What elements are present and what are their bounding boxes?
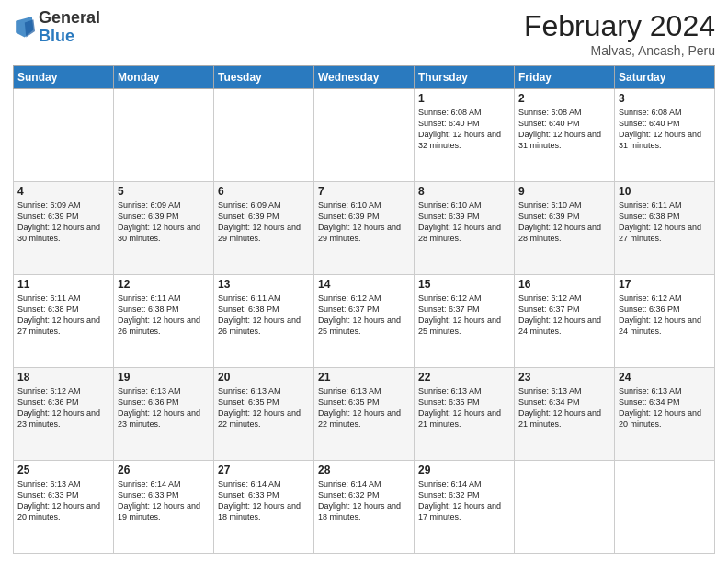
day-info: Sunrise: 6:08 AM Sunset: 6:40 PM Dayligh… (518, 107, 610, 152)
day-number: 12 (118, 278, 210, 291)
header: General Blue February 2024 Malvas, Ancas… (13, 9, 715, 58)
day-info: Sunrise: 6:09 AM Sunset: 6:39 PM Dayligh… (218, 200, 310, 245)
day-cell: 6Sunrise: 6:09 AM Sunset: 6:39 PM Daylig… (214, 182, 314, 275)
day-cell: 5Sunrise: 6:09 AM Sunset: 6:39 PM Daylig… (114, 182, 214, 275)
calendar-title: February 2024 (524, 9, 715, 43)
header-wednesday: Wednesday (314, 66, 415, 89)
calendar-header-row: SundayMondayTuesdayWednesdayThursdayFrid… (14, 66, 715, 89)
day-cell (615, 461, 715, 554)
day-info: Sunrise: 6:10 AM Sunset: 6:39 PM Dayligh… (318, 200, 410, 245)
day-number: 27 (218, 464, 310, 477)
header-thursday: Thursday (415, 66, 515, 89)
header-saturday: Saturday (615, 66, 715, 89)
day-cell: 24Sunrise: 6:13 AM Sunset: 6:34 PM Dayli… (615, 368, 715, 461)
day-info: Sunrise: 6:10 AM Sunset: 6:39 PM Dayligh… (418, 200, 510, 245)
day-cell: 23Sunrise: 6:13 AM Sunset: 6:34 PM Dayli… (515, 368, 615, 461)
logo-general-text: General (39, 8, 100, 27)
day-number: 3 (619, 92, 711, 105)
header-sunday: Sunday (14, 66, 114, 89)
week-row-4: 25Sunrise: 6:13 AM Sunset: 6:33 PM Dayli… (14, 461, 715, 554)
day-info: Sunrise: 6:11 AM Sunset: 6:38 PM Dayligh… (17, 293, 109, 338)
day-info: Sunrise: 6:14 AM Sunset: 6:33 PM Dayligh… (218, 478, 310, 523)
day-cell: 27Sunrise: 6:14 AM Sunset: 6:33 PM Dayli… (214, 461, 314, 554)
day-info: Sunrise: 6:13 AM Sunset: 6:34 PM Dayligh… (518, 385, 610, 431)
day-number: 1 (418, 92, 510, 105)
day-number: 29 (418, 464, 510, 477)
logo-blue-text: Blue (39, 27, 74, 45)
day-info: Sunrise: 6:09 AM Sunset: 6:39 PM Dayligh… (17, 200, 109, 245)
day-info: Sunrise: 6:12 AM Sunset: 6:37 PM Dayligh… (318, 293, 410, 338)
day-info: Sunrise: 6:14 AM Sunset: 6:33 PM Dayligh… (118, 478, 210, 523)
svg-marker-1 (25, 19, 35, 37)
day-number: 26 (118, 464, 210, 477)
day-info: Sunrise: 6:08 AM Sunset: 6:40 PM Dayligh… (619, 107, 711, 152)
day-info: Sunrise: 6:13 AM Sunset: 6:35 PM Dayligh… (218, 385, 310, 431)
logo-icon (13, 15, 35, 40)
day-info: Sunrise: 6:13 AM Sunset: 6:34 PM Dayligh… (619, 385, 711, 431)
day-number: 6 (218, 185, 310, 198)
day-cell: 25Sunrise: 6:13 AM Sunset: 6:33 PM Dayli… (14, 461, 114, 554)
calendar-table: SundayMondayTuesdayWednesdayThursdayFrid… (13, 65, 715, 554)
day-number: 8 (418, 185, 510, 198)
day-number: 11 (17, 278, 109, 291)
day-number: 2 (518, 92, 610, 105)
day-number: 21 (318, 371, 410, 384)
day-info: Sunrise: 6:12 AM Sunset: 6:36 PM Dayligh… (17, 385, 109, 431)
day-number: 14 (318, 278, 410, 291)
day-info: Sunrise: 6:12 AM Sunset: 6:37 PM Dayligh… (418, 293, 510, 338)
week-row-3: 18Sunrise: 6:12 AM Sunset: 6:36 PM Dayli… (14, 368, 715, 461)
day-cell: 15Sunrise: 6:12 AM Sunset: 6:37 PM Dayli… (415, 275, 515, 368)
day-cell: 18Sunrise: 6:12 AM Sunset: 6:36 PM Dayli… (14, 368, 114, 461)
day-number: 13 (218, 278, 310, 291)
day-info: Sunrise: 6:14 AM Sunset: 6:32 PM Dayligh… (318, 478, 410, 523)
day-cell: 22Sunrise: 6:13 AM Sunset: 6:35 PM Dayli… (415, 368, 515, 461)
day-cell: 8Sunrise: 6:10 AM Sunset: 6:39 PM Daylig… (415, 182, 515, 275)
day-cell: 13Sunrise: 6:11 AM Sunset: 6:38 PM Dayli… (214, 275, 314, 368)
day-info: Sunrise: 6:09 AM Sunset: 6:39 PM Dayligh… (118, 200, 210, 245)
title-block: February 2024 Malvas, Ancash, Peru (524, 9, 715, 58)
day-info: Sunrise: 6:14 AM Sunset: 6:32 PM Dayligh… (418, 478, 510, 523)
logo: General Blue (13, 9, 100, 46)
day-number: 19 (118, 371, 210, 384)
day-number: 23 (518, 371, 610, 384)
day-number: 18 (17, 371, 109, 384)
day-number: 15 (418, 278, 510, 291)
page: General Blue February 2024 Malvas, Ancas… (0, 0, 728, 563)
day-number: 16 (518, 278, 610, 291)
day-info: Sunrise: 6:12 AM Sunset: 6:36 PM Dayligh… (619, 293, 711, 338)
day-cell: 20Sunrise: 6:13 AM Sunset: 6:35 PM Dayli… (214, 368, 314, 461)
day-info: Sunrise: 6:13 AM Sunset: 6:35 PM Dayligh… (318, 385, 410, 431)
header-tuesday: Tuesday (214, 66, 314, 89)
day-cell: 14Sunrise: 6:12 AM Sunset: 6:37 PM Dayli… (314, 275, 415, 368)
day-info: Sunrise: 6:08 AM Sunset: 6:40 PM Dayligh… (418, 107, 510, 152)
week-row-2: 11Sunrise: 6:11 AM Sunset: 6:38 PM Dayli… (14, 275, 715, 368)
day-cell: 7Sunrise: 6:10 AM Sunset: 6:39 PM Daylig… (314, 182, 415, 275)
day-cell (314, 89, 415, 182)
day-cell (515, 461, 615, 554)
day-info: Sunrise: 6:10 AM Sunset: 6:39 PM Dayligh… (518, 200, 610, 245)
day-info: Sunrise: 6:11 AM Sunset: 6:38 PM Dayligh… (619, 200, 711, 245)
day-info: Sunrise: 6:12 AM Sunset: 6:37 PM Dayligh… (518, 293, 610, 338)
day-info: Sunrise: 6:13 AM Sunset: 6:36 PM Dayligh… (118, 385, 210, 431)
day-cell: 2Sunrise: 6:08 AM Sunset: 6:40 PM Daylig… (515, 89, 615, 182)
day-cell (14, 89, 114, 182)
day-info: Sunrise: 6:11 AM Sunset: 6:38 PM Dayligh… (118, 293, 210, 338)
day-cell: 26Sunrise: 6:14 AM Sunset: 6:33 PM Dayli… (114, 461, 214, 554)
day-cell (114, 89, 214, 182)
day-number: 25 (17, 464, 109, 477)
day-cell: 10Sunrise: 6:11 AM Sunset: 6:38 PM Dayli… (615, 182, 715, 275)
day-cell: 19Sunrise: 6:13 AM Sunset: 6:36 PM Dayli… (114, 368, 214, 461)
day-number: 20 (218, 371, 310, 384)
day-cell: 4Sunrise: 6:09 AM Sunset: 6:39 PM Daylig… (14, 182, 114, 275)
day-number: 17 (619, 278, 711, 291)
day-number: 5 (118, 185, 210, 198)
day-number: 24 (619, 371, 711, 384)
day-cell: 3Sunrise: 6:08 AM Sunset: 6:40 PM Daylig… (615, 89, 715, 182)
header-monday: Monday (114, 66, 214, 89)
day-cell: 17Sunrise: 6:12 AM Sunset: 6:36 PM Dayli… (615, 275, 715, 368)
day-number: 28 (318, 464, 410, 477)
week-row-0: 1Sunrise: 6:08 AM Sunset: 6:40 PM Daylig… (14, 89, 715, 182)
day-number: 22 (418, 371, 510, 384)
day-number: 9 (518, 185, 610, 198)
day-cell: 16Sunrise: 6:12 AM Sunset: 6:37 PM Dayli… (515, 275, 615, 368)
